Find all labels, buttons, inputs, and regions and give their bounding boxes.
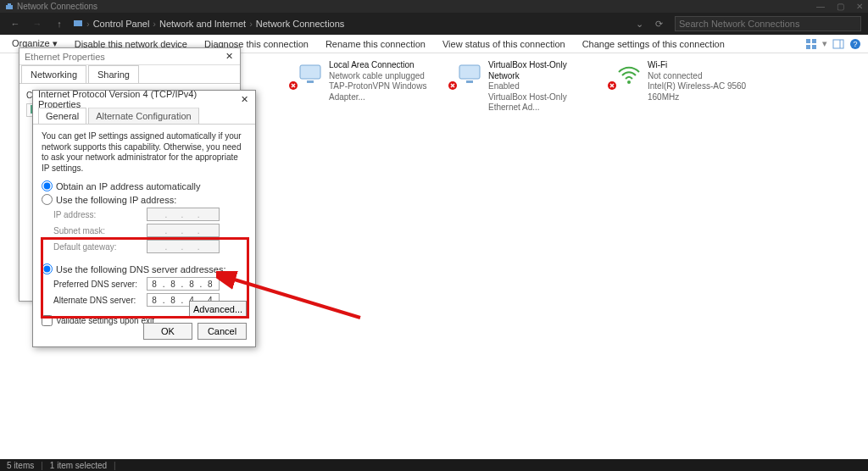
radio-dns-manual[interactable] <box>42 263 53 274</box>
ip-address-label: IP address: <box>53 210 147 219</box>
svg-rect-1 <box>8 3 11 5</box>
default-gateway-input: . . . <box>147 240 220 253</box>
advanced-button[interactable]: Advanced... <box>189 301 247 318</box>
window-titlebar: Network Connections — ▢ ✕ <box>0 0 868 13</box>
connection-adapter: VirtualBox Host-Only Ethernet Ad... <box>488 92 600 114</box>
connection-name: VirtualBox Host-Only Network <box>488 60 600 81</box>
cmd-change-settings[interactable]: Change settings of this connection <box>574 39 733 49</box>
svg-point-17 <box>627 80 631 84</box>
status-selected-count: 1 item selected <box>50 461 107 470</box>
refresh-icon[interactable]: ⟳ <box>655 19 663 30</box>
svg-rect-14 <box>459 65 480 79</box>
help-icon[interactable]: ? <box>849 38 861 50</box>
validate-label: Validate settings upon exit <box>56 316 154 325</box>
ipv4-tabs: General Alternate Configuration <box>33 108 255 125</box>
svg-text:?: ? <box>853 40 857 48</box>
cmd-rename[interactable]: Rename this connection <box>317 39 434 49</box>
radio-ip-manual[interactable] <box>42 194 53 205</box>
subnet-mask-input: . . . <box>147 224 220 237</box>
connection-status: Enabled <box>488 81 600 92</box>
preferred-dns-input[interactable]: 8 . 8 . 8 . 8 <box>147 277 220 291</box>
radio-dns-manual-label: Use the following DNS server addresses: <box>56 264 226 274</box>
connection-status: Not connected <box>648 71 760 82</box>
connections-list: Local Area Connection Network cable unpl… <box>297 60 861 114</box>
svg-rect-12 <box>307 80 314 83</box>
close-icon[interactable]: ✕ <box>238 94 250 105</box>
breadcrumb[interactable]: › Control Panel › Network and Internet ›… <box>73 18 631 30</box>
ok-button[interactable]: OK <box>143 323 192 340</box>
breadcrumb-item[interactable]: Control Panel <box>93 19 150 29</box>
connection-adapter: Intel(R) Wireless-AC 9560 160MHz <box>648 81 760 103</box>
view-dropdown-icon[interactable]: ▾ <box>822 38 827 49</box>
preview-pane-icon[interactable] <box>832 38 844 50</box>
ipv4-properties-dialog[interactable]: Internet Protocol Version 4 (TCP/IPv4) P… <box>32 90 256 347</box>
ip-address-input: . . . <box>147 208 220 221</box>
search-input[interactable] <box>675 16 861 31</box>
svg-rect-0 <box>6 5 13 9</box>
dialog-title: Ethernet Properties <box>25 52 105 62</box>
lan-icon <box>456 60 483 87</box>
cancel-button[interactable]: Cancel <box>198 323 247 340</box>
radio-ip-auto[interactable] <box>42 180 53 191</box>
svg-rect-11 <box>300 65 320 79</box>
tab-networking[interactable]: Networking <box>21 65 86 83</box>
close-button[interactable]: ✕ <box>856 2 863 11</box>
tab-general[interactable]: General <box>38 108 86 124</box>
cmd-status[interactable]: View status of this connection <box>434 39 574 49</box>
connection-adapter: TAP-ProtonVPN Windows Adapter... <box>329 81 441 103</box>
svg-rect-15 <box>466 80 473 83</box>
svg-rect-5 <box>806 45 810 49</box>
minimize-button[interactable]: — <box>816 2 825 11</box>
error-icon <box>288 79 298 89</box>
dropdown-icon[interactable]: ⌄ <box>636 19 643 30</box>
nav-bar: ← → ↑ › Control Panel › Network and Inte… <box>0 13 868 35</box>
dialog-title: Internet Protocol Version 4 (TCP/IPv4) P… <box>38 89 238 109</box>
tab-alternate-config[interactable]: Alternate Configuration <box>88 108 199 124</box>
validate-checkbox[interactable] <box>42 315 53 326</box>
status-item-count: 5 items <box>7 461 34 470</box>
folder-icon <box>73 18 83 30</box>
svg-rect-6 <box>812 45 816 49</box>
connection-name: Local Area Connection <box>329 60 441 71</box>
alternate-dns-label: Alternate DNS server: <box>53 296 147 305</box>
breadcrumb-item[interactable]: Network Connections <box>256 19 345 29</box>
up-button[interactable]: ↑ <box>51 19 68 29</box>
connection-item[interactable]: VirtualBox Host-Only Network Enabled Vir… <box>456 60 600 114</box>
connection-name: Wi-Fi <box>648 60 760 71</box>
connection-item[interactable]: Wi-Fi Not connected Intel(R) Wireless-AC… <box>615 60 760 114</box>
connection-item[interactable]: Local Area Connection Network cable unpl… <box>297 60 441 114</box>
radio-ip-manual-label: Use the following IP address: <box>56 195 176 205</box>
maximize-button[interactable]: ▢ <box>837 2 844 11</box>
breadcrumb-item[interactable]: Network and Internet <box>159 19 246 29</box>
error-icon <box>448 79 458 89</box>
svg-rect-7 <box>833 40 843 48</box>
view-icon[interactable] <box>805 38 817 50</box>
subnet-mask-label: Subnet mask: <box>53 226 147 236</box>
svg-rect-2 <box>74 20 82 26</box>
svg-rect-3 <box>806 39 810 43</box>
window-title: Network Connections <box>17 2 97 11</box>
help-text: You can get IP settings assigned automat… <box>42 131 247 174</box>
error-icon <box>607 79 617 89</box>
wifi-icon <box>615 60 643 87</box>
status-bar: 5 items | 1 item selected | <box>0 459 868 471</box>
back-button[interactable]: ← <box>7 19 24 29</box>
svg-rect-4 <box>812 39 816 43</box>
forward-button[interactable]: → <box>29 19 46 29</box>
radio-ip-auto-label: Obtain an IP address automatically <box>56 181 200 191</box>
close-icon[interactable]: ✕ <box>223 51 235 62</box>
app-icon <box>5 3 14 11</box>
lan-icon <box>297 60 324 87</box>
preferred-dns-label: Preferred DNS server: <box>53 280 147 289</box>
connection-status: Network cable unplugged <box>329 71 441 82</box>
tab-sharing[interactable]: Sharing <box>88 65 139 83</box>
ethernet-tabs: Networking Sharing <box>19 65 240 84</box>
default-gateway-label: Default gateway: <box>53 242 147 252</box>
